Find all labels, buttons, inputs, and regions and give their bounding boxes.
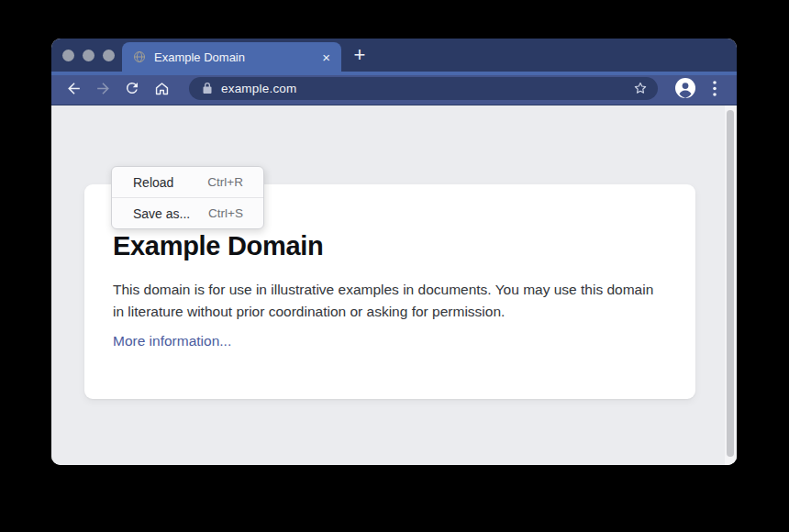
bookmark-star-icon[interactable] — [632, 80, 649, 96]
window-controls — [62, 50, 115, 61]
profile-avatar-icon — [674, 77, 696, 99]
window-minimize-button[interactable] — [83, 50, 94, 61]
forward-button[interactable] — [90, 75, 116, 101]
new-tab-button[interactable]: + — [343, 39, 376, 71]
page-title: Example Domain — [113, 231, 666, 261]
tab-example-domain[interactable]: Example Domain × — [122, 42, 341, 72]
url-text[interactable]: example.com — [221, 82, 632, 95]
window-zoom-button[interactable] — [103, 50, 115, 61]
menu-item-label: Save as... — [133, 206, 190, 221]
tab-title: Example Domain — [154, 50, 315, 64]
browser-window: Example Domain × + — [51, 39, 737, 465]
menu-item-shortcut: Ctrl+S — [208, 206, 243, 220]
globe-favicon-icon — [133, 50, 146, 63]
menu-item-label: Reload — [133, 175, 173, 190]
context-menu: Reload Ctrl+R Save as... Ctrl+S — [111, 166, 264, 229]
lock-icon — [202, 82, 213, 94]
scrollbar-thumb[interactable] — [727, 110, 734, 457]
back-button[interactable] — [61, 75, 86, 101]
browser-menu-button[interactable] — [702, 75, 728, 101]
menu-item-save-as[interactable]: Save as... Ctrl+S — [112, 198, 263, 228]
arrow-right-icon — [94, 80, 112, 97]
profile-button[interactable] — [672, 75, 698, 101]
more-information-link[interactable]: More information... — [113, 333, 231, 349]
reload-button[interactable] — [119, 75, 145, 101]
home-button[interactable] — [149, 75, 174, 101]
kebab-menu-icon — [713, 81, 717, 96]
arrow-left-icon — [65, 80, 83, 97]
page-paragraph: This domain is for use in illustrative e… — [113, 279, 663, 322]
scrollbar[interactable] — [725, 105, 737, 465]
reload-icon — [124, 80, 140, 96]
home-icon — [153, 80, 171, 97]
window-close-button[interactable] — [62, 50, 74, 61]
menu-item-reload[interactable]: Reload Ctrl+R — [112, 167, 263, 197]
page-viewport: Example Domain This domain is for use in… — [51, 105, 737, 465]
toolbar: example.com — [51, 72, 737, 105]
menu-item-shortcut: Ctrl+R — [207, 175, 243, 189]
address-bar[interactable]: example.com — [189, 77, 658, 100]
titlebar: Example Domain × + — [51, 39, 737, 72]
tab-close-icon[interactable]: × — [322, 50, 330, 64]
